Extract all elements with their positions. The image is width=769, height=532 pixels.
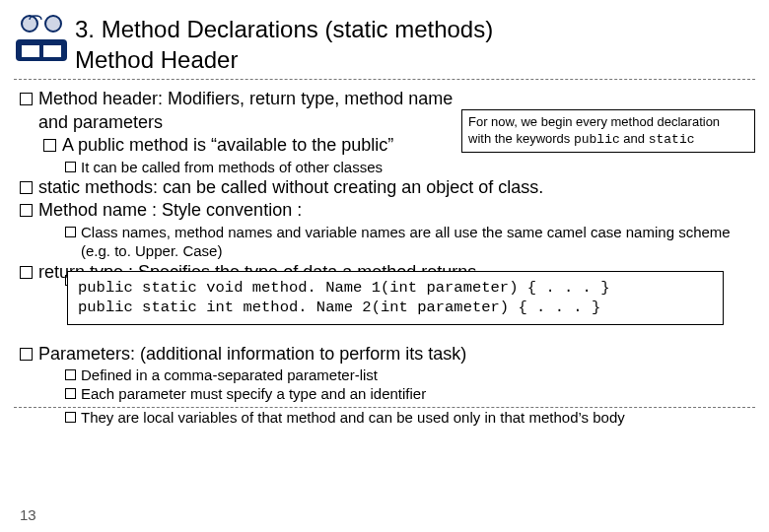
bullet-text: Defined in a comma-separated parameter-l… [81, 366, 378, 385]
bullet-param-type-id: Each parameter must specify a type and a… [65, 384, 749, 404]
bullet-parameters: Parameters: (additional information to p… [20, 343, 749, 366]
callout-kw-static: static [649, 132, 695, 147]
checkbox-icon [20, 181, 33, 194]
bullet-text: Parameters: (additional information to p… [38, 343, 466, 366]
header-divider [14, 79, 755, 80]
bullet-text: A public method is “available to the pub… [62, 134, 393, 157]
svg-point-4 [45, 16, 61, 32]
bullet-text: Class names, method names and variable n… [81, 223, 749, 261]
bullet-text: Method name : Style convention : [38, 199, 302, 222]
title-line-1: 3. Method Declarations (static methods) [75, 16, 493, 42]
bullet-text: Method header: Modifiers, return type, m… [38, 88, 472, 134]
page-number: 13 [20, 505, 36, 525]
svg-rect-2 [43, 45, 61, 57]
checkbox-icon [65, 162, 76, 172]
slide-header: 3. Method Declarations (static methods) … [0, 0, 769, 77]
callout-box: For now, we begin every method declarati… [461, 109, 755, 153]
code-line-2: public static int method. Name 2(int par… [78, 299, 600, 316]
checkbox-icon [65, 369, 76, 380]
bullet-method-name: Method name : Style convention : [20, 199, 749, 222]
bullet-text: It can be called from methods of other c… [81, 158, 383, 177]
callout-kw-public: public [574, 132, 620, 147]
university-logo-icon [14, 10, 69, 65]
checkbox-icon [65, 227, 76, 237]
callout-line2-pre: with the keywords [468, 131, 574, 146]
checkbox-icon [43, 139, 56, 152]
callout-mid: and [620, 131, 649, 146]
checkbox-icon [20, 204, 33, 217]
bullet-text: static methods: can be called without cr… [38, 176, 543, 199]
slide-title: 3. Method Declarations (static methods) … [75, 10, 493, 75]
code-example-box: public static void method. Name 1(int pa… [67, 271, 724, 324]
code-line-1: public static void method. Name 1(int pa… [78, 279, 610, 297]
bullet-called-from: It can be called from methods of other c… [65, 158, 749, 177]
checkbox-icon [65, 388, 76, 399]
bullet-camel-case: Class names, method names and variable n… [65, 223, 749, 261]
svg-rect-1 [22, 45, 39, 57]
checkbox-icon [65, 412, 76, 423]
checkbox-icon [20, 348, 33, 361]
bullet-static-methods: static methods: can be called without cr… [20, 176, 749, 199]
checkbox-icon [20, 93, 33, 105]
bullet-param-list: Defined in a comma-separated parameter-l… [65, 366, 749, 385]
bullet-local-vars: They are local variables of that method … [65, 408, 749, 428]
title-line-2: Method Header [75, 46, 238, 73]
bullet-text: Each parameter must specify a type and a… [81, 384, 426, 404]
bullet-text: They are local variables of that method … [81, 408, 625, 428]
slide-content: For now, we begin every method declarati… [0, 88, 769, 427]
callout-line1: For now, we begin every method declarati… [468, 114, 720, 129]
